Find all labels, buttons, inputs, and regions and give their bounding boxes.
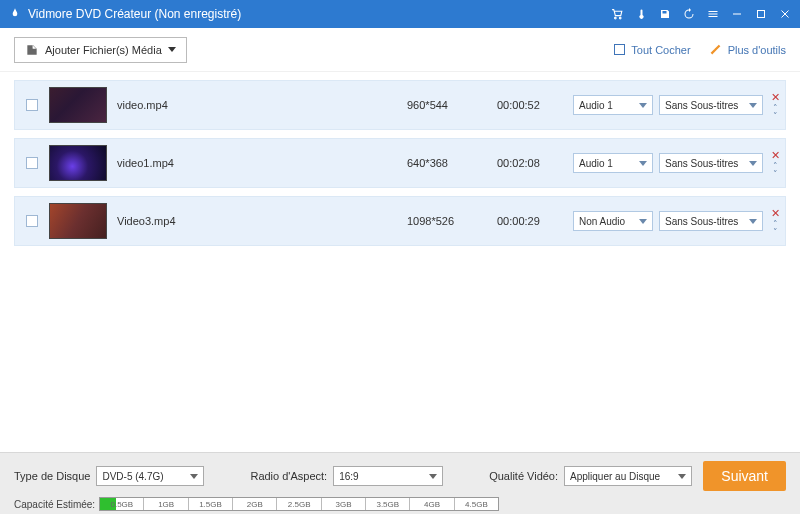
tick-label: 3.5GB [366, 498, 410, 510]
tick-label: 1.5GB [189, 498, 233, 510]
chevron-down-icon [678, 474, 686, 479]
row-checkbox[interactable] [26, 99, 38, 111]
tick-label: 1GB [144, 498, 188, 510]
capacity-ticks: 0.5GB 1GB 1.5GB 2GB 2.5GB 3GB 3.5GB 4GB … [100, 498, 498, 510]
video-thumbnail[interactable] [49, 145, 107, 181]
subtitle-select[interactable]: Sans Sous-titres [659, 153, 763, 173]
disc-type-label: Type de Disque [14, 470, 90, 482]
close-icon[interactable] [778, 7, 792, 21]
move-down-icon[interactable]: ˅ [773, 229, 778, 236]
tick-label: 2GB [233, 498, 277, 510]
media-list: video.mp4 960*544 00:00:52 Audio 1 Sans … [0, 80, 800, 246]
chevron-down-icon [639, 103, 647, 108]
duration: 00:00:52 [497, 99, 573, 111]
title-bar: Vidmore DVD Créateur (Non enregistré) [0, 0, 800, 28]
subtitle-value: Sans Sous-titres [665, 216, 738, 227]
list-item: video1.mp4 640*368 00:02:08 Audio 1 Sans… [14, 138, 786, 188]
tick-label: 0.5GB [100, 498, 144, 510]
video-thumbnail[interactable] [49, 203, 107, 239]
disc-type-select[interactable]: DVD-5 (4.7G) [96, 466, 204, 486]
chevron-down-icon [429, 474, 437, 479]
disc-type-value: DVD-5 (4.7G) [102, 471, 163, 482]
quality-label: Qualité Vidéo: [489, 470, 558, 482]
audio-value: Audio 1 [579, 158, 613, 169]
video-thumbnail[interactable] [49, 87, 107, 123]
list-item: video.mp4 960*544 00:00:52 Audio 1 Sans … [14, 80, 786, 130]
dimensions: 640*368 [407, 157, 497, 169]
chevron-down-icon [749, 161, 757, 166]
list-item: Video3.mp4 1098*526 00:00:29 Non Audio S… [14, 196, 786, 246]
footer: Type de Disque DVD-5 (4.7G) Radio d'Aspe… [0, 452, 800, 514]
more-tools-label: Plus d'outils [728, 44, 786, 56]
add-media-label: Ajouter Fichier(s) Média [45, 44, 162, 56]
checkbox-icon [614, 44, 625, 55]
cart-icon[interactable] [610, 7, 624, 21]
app-logo-icon [8, 7, 22, 21]
delete-icon[interactable]: ✕ [771, 207, 780, 220]
duration: 00:00:29 [497, 215, 573, 227]
dimensions: 960*544 [407, 99, 497, 111]
quality-value: Appliquer au Disque [570, 471, 660, 482]
chevron-down-icon [749, 103, 757, 108]
chevron-down-icon [639, 161, 647, 166]
capacity-label: Capacité Estimée: [14, 499, 95, 510]
audio-select[interactable]: Non Audio [573, 211, 653, 231]
aspect-value: 16:9 [339, 471, 358, 482]
subtitle-value: Sans Sous-titres [665, 100, 738, 111]
next-button[interactable]: Suivant [703, 461, 786, 491]
tick-label: 3GB [322, 498, 366, 510]
save-icon[interactable] [658, 7, 672, 21]
audio-value: Audio 1 [579, 100, 613, 111]
aspect-select[interactable]: 16:9 [333, 466, 443, 486]
minimize-icon[interactable] [730, 7, 744, 21]
thermometer-icon[interactable] [634, 7, 648, 21]
chevron-down-icon [190, 474, 198, 479]
delete-icon[interactable]: ✕ [771, 149, 780, 162]
chevron-down-icon [639, 219, 647, 224]
row-checkbox[interactable] [26, 215, 38, 227]
subtitle-value: Sans Sous-titres [665, 158, 738, 169]
quality-select[interactable]: Appliquer au Disque [564, 466, 692, 486]
delete-icon[interactable]: ✕ [771, 91, 780, 104]
audio-select[interactable]: Audio 1 [573, 153, 653, 173]
chevron-down-icon [749, 219, 757, 224]
svg-rect-0 [733, 14, 741, 15]
maximize-icon[interactable] [754, 7, 768, 21]
capacity-bar: 0.5GB 1GB 1.5GB 2GB 2.5GB 3GB 3.5GB 4GB … [99, 497, 499, 511]
more-tools-button[interactable]: Plus d'outils [709, 43, 786, 56]
move-down-icon[interactable]: ˅ [773, 171, 778, 178]
tick-label: 2.5GB [277, 498, 321, 510]
add-media-button[interactable]: Ajouter Fichier(s) Média [14, 37, 187, 63]
aspect-label: Radio d'Aspect: [250, 470, 327, 482]
audio-value: Non Audio [579, 216, 625, 227]
subtitle-select[interactable]: Sans Sous-titres [659, 95, 763, 115]
dimensions: 1098*526 [407, 215, 497, 227]
audio-select[interactable]: Audio 1 [573, 95, 653, 115]
svg-rect-1 [758, 11, 765, 18]
subtitle-select[interactable]: Sans Sous-titres [659, 211, 763, 231]
tick-label: 4GB [410, 498, 454, 510]
history-icon[interactable] [682, 7, 696, 21]
move-down-icon[interactable]: ˅ [773, 113, 778, 120]
tick-label: 4.5GB [455, 498, 498, 510]
filename: Video3.mp4 [117, 215, 407, 227]
row-checkbox[interactable] [26, 157, 38, 169]
filename: video.mp4 [117, 99, 407, 111]
duration: 00:02:08 [497, 157, 573, 169]
filename: video1.mp4 [117, 157, 407, 169]
check-all-toggle[interactable]: Tout Cocher [614, 44, 690, 56]
app-title: Vidmore DVD Créateur (Non enregistré) [28, 7, 241, 21]
chevron-down-icon [168, 47, 176, 52]
check-all-label: Tout Cocher [631, 44, 690, 56]
toolbar: Ajouter Fichier(s) Média Tout Cocher Plu… [0, 28, 800, 72]
menu-icon[interactable] [706, 7, 720, 21]
